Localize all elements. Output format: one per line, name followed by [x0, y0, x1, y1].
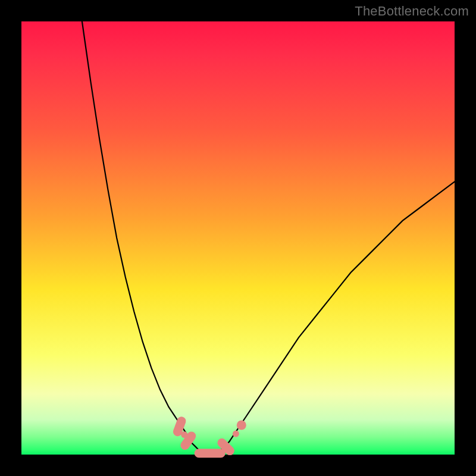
right-dot-large — [237, 421, 246, 430]
watermark-text: TheBottleneck.com — [355, 4, 469, 19]
right-curve — [229, 181, 455, 441]
markers-group — [172, 415, 246, 458]
left-curve — [82, 21, 190, 441]
bottom-pill — [195, 449, 226, 458]
left-tiny-dot — [181, 431, 187, 438]
curves-svg — [21, 21, 455, 455]
chart-frame: TheBottleneck.com — [0, 0, 476, 476]
plot-area — [21, 21, 455, 455]
right-dot-small — [233, 431, 239, 437]
